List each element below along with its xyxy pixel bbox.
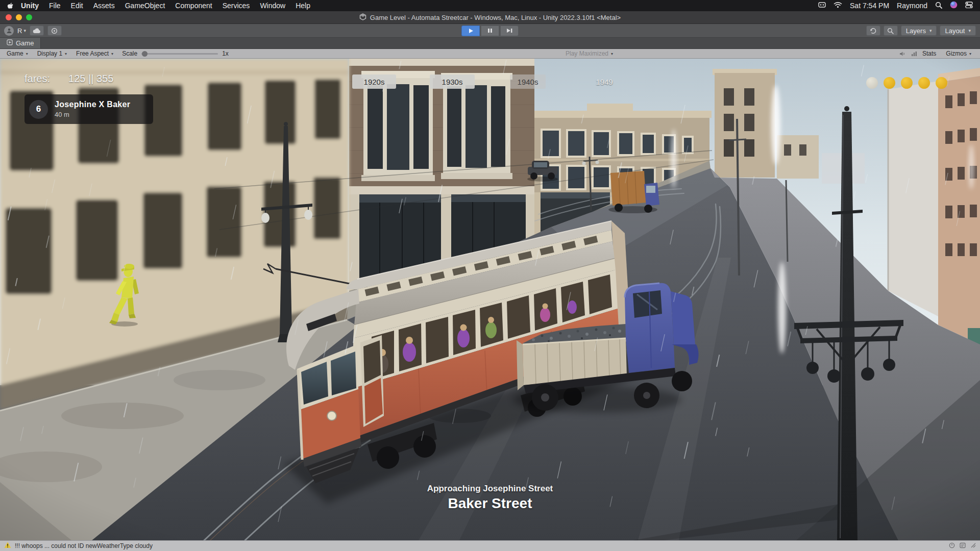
menu-services[interactable]: Services [217,2,255,10]
menu-gameobject[interactable]: GameObject [120,2,170,10]
chevron-down-icon: ▾ [26,52,28,56]
menubar-clock[interactable]: Sat 7:54 PM [850,2,889,10]
cloud-services-button[interactable] [30,26,44,36]
era-button-1940s[interactable]: 1940s [510,74,546,89]
account-avatar-button[interactable] [4,26,14,36]
game-view-toolbar: Game▾ Display 1▾ Free Aspect▾ Scale 1x P… [0,49,980,59]
display-mode-dropdown[interactable]: Game▾ [2,49,33,58]
step-button[interactable] [500,26,519,36]
console-message[interactable]: !!! whoops ... could not ID newWeatherTy… [15,542,153,549]
game-scene[interactable] [0,59,980,540]
scale-slider[interactable] [141,53,218,55]
stats-toggle[interactable]: Stats [922,50,936,57]
screen: Unity File Edit Assets GameObject Compon… [0,0,980,551]
era-button-1949[interactable]: 1949 [588,74,621,89]
chevron-down-icon: ▾ [111,52,113,56]
target-settings-button[interactable] [47,26,62,36]
display-dropdown[interactable]: Display 1▾ [33,49,71,58]
chevron-down-icon: ▾ [23,28,26,33]
window-title-bar: Game Level - Automata Streetcar - Window… [0,11,980,24]
layers-dropdown[interactable]: Layers▾ [901,26,937,36]
console-log-icon[interactable] [960,542,966,550]
menu-file[interactable]: File [44,2,66,10]
unity-logo-icon [359,13,366,22]
chevron-down-icon: ▾ [968,28,971,33]
search-button[interactable] [884,26,898,36]
macos-menu-bar: Unity File Edit Assets GameObject Compon… [0,0,980,11]
chevron-down-icon: ▾ [969,52,971,56]
spotlight-search-icon[interactable] [935,2,942,10]
layout-dropdown[interactable]: Layout▾ [940,26,976,36]
menubar-status-icon[interactable] [818,2,826,10]
window-title: Game Level - Automata Streetcar - Window… [370,14,621,21]
unity-toolbar: R▾ [0,24,980,38]
apple-menu-icon[interactable] [7,3,14,9]
minimize-window-button[interactable] [16,14,22,20]
vignette [0,59,980,540]
scale-label: Scale [122,50,137,57]
undo-history-button[interactable] [866,26,880,36]
menu-assets[interactable]: Assets [88,2,120,10]
gizmos-dropdown[interactable]: Gizmos▾ [941,50,976,57]
resize-grip-icon[interactable] [970,542,976,549]
mute-audio-icon[interactable] [899,51,906,57]
chevron-down-icon: ▾ [611,52,613,56]
menu-component[interactable]: Component [170,2,217,10]
zoom-window-button[interactable] [26,14,32,20]
metrics-icon[interactable] [911,51,917,57]
chevron-down-icon: ▾ [65,52,67,56]
era-button-1920s[interactable]: 1920s [352,74,396,89]
menu-help[interactable]: Help [290,2,315,10]
era-button-1930s[interactable]: 1930s [430,74,475,89]
play-button[interactable] [461,26,480,36]
game-tab-icon [7,39,13,47]
menubar-user[interactable]: Raymond [897,2,927,10]
scale-value: 1x [222,50,229,57]
game-viewport[interactable]: fares:125 || 355 6 Josephine X Baker 40 … [0,59,980,540]
editor-tab-strip: Game [0,38,980,49]
play-maximized-dropdown[interactable]: Play Maximized▾ [566,50,613,57]
menu-window[interactable]: Window [255,2,290,10]
tab-game[interactable]: Game [0,38,41,48]
menu-edit[interactable]: Edit [66,2,88,10]
warning-icon [4,542,11,550]
pause-button[interactable] [481,26,499,36]
process-icon[interactable] [949,542,955,550]
close-window-button[interactable] [6,14,12,20]
wifi-icon[interactable] [834,2,842,10]
control-center-icon[interactable] [965,2,973,10]
siri-icon[interactable] [950,1,958,10]
scale-slider-knob[interactable] [142,51,148,57]
chevron-down-icon: ▾ [929,28,932,33]
account-dropdown[interactable]: R▾ [17,27,26,35]
status-bar[interactable]: !!! whoops ... could not ID newWeatherTy… [0,540,980,551]
menu-unity[interactable]: Unity [16,2,44,10]
aspect-ratio-dropdown[interactable]: Free Aspect▾ [71,49,118,58]
